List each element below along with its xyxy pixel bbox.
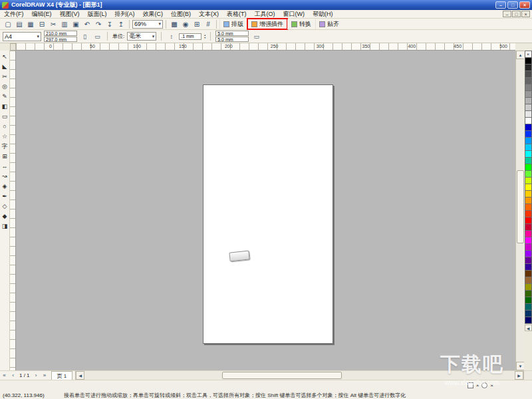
pick-tool-icon[interactable]: ↖ (0, 52, 9, 62)
ruler-origin[interactable] (10, 43, 16, 51)
copy-icon[interactable]: ▥ (59, 19, 70, 29)
duplicate-distance-fields (215, 31, 249, 42)
drawing-canvas[interactable] (16, 51, 515, 370)
menu-item[interactable]: 位图(B) (167, 10, 195, 19)
document-page[interactable] (203, 84, 333, 344)
text-tool-icon[interactable]: 字 (0, 142, 9, 152)
undo-icon[interactable]: ↶ (82, 19, 92, 29)
paper-height-input[interactable] (44, 37, 77, 42)
open-icon[interactable]: ▤ (14, 19, 25, 29)
last-page-icon[interactable]: » (41, 372, 49, 380)
scroll-right-icon[interactable]: ▶ (515, 371, 523, 380)
scroll-left-icon[interactable]: ◀ (76, 371, 84, 380)
portrait-orientation-button[interactable]: ▯ (80, 31, 90, 41)
vertical-scrollbar[interactable]: ▲ ▼ (515, 51, 524, 370)
print-icon[interactable]: ⊟ (37, 19, 47, 29)
application-launcher-icon[interactable]: ▩ (169, 19, 180, 29)
toolbar-separator (166, 20, 166, 29)
vertical-ruler[interactable] (10, 51, 16, 370)
menu-item[interactable]: 文件(F) (0, 10, 28, 19)
doc-close-button[interactable]: × (521, 11, 530, 17)
new-document-icon[interactable]: ▢ (3, 19, 13, 29)
close-button[interactable]: × (519, 1, 530, 9)
outline-tool-icon[interactable]: ◇ (0, 201, 9, 211)
vertical-scroll-thumb[interactable] (517, 170, 524, 243)
chevron-down-icon: ▾ (158, 21, 161, 27)
welcome-screen-icon[interactable]: ◉ (180, 19, 191, 29)
color-swatch[interactable] (525, 317, 532, 324)
maximize-button[interactable]: □ (507, 1, 518, 9)
landscape-orientation-button[interactable]: ▭ (92, 31, 102, 41)
rectangle-tool-icon[interactable]: ▭ (0, 112, 9, 122)
horizontal-scrollbar[interactable]: ◀ ▶ (75, 371, 532, 380)
enhance-plugin-button[interactable]: 增强插件 (247, 19, 287, 29)
menu-item[interactable]: 视图(V) (56, 10, 84, 19)
doc-restore-button[interactable]: □ (512, 11, 521, 17)
duplicate-y-input[interactable] (215, 37, 249, 42)
table-tool-icon[interactable]: ⊞ (0, 152, 9, 162)
menu-item[interactable]: 版面(L) (84, 10, 111, 19)
page-counter: 1 / 1 (17, 372, 32, 378)
doc-minimize-button[interactable]: – (503, 11, 511, 17)
menu-item[interactable]: 帮助(H) (309, 10, 337, 19)
snap-to-grid-icon[interactable]: ⊞ (192, 19, 202, 29)
next-page-icon[interactable]: › (32, 372, 41, 380)
duplicate-x-input[interactable] (215, 31, 249, 36)
page-tab[interactable]: 页 1 (51, 371, 73, 380)
convert-plugin-button[interactable]: 转换 (287, 19, 315, 29)
first-page-icon[interactable]: « (0, 372, 9, 380)
prev-page-icon[interactable]: ‹ (9, 372, 17, 380)
dimension-tool-icon[interactable]: ↔ (0, 162, 9, 172)
menu-item[interactable]: 文本(X) (195, 10, 223, 19)
toolbox: ↖◣✂◎✎◧▭○☆字⊞↔↝◈✒◇◆◨ (0, 51, 10, 370)
menu-item[interactable]: 排列(A) (111, 10, 139, 19)
fill-outline-indicators: × × (467, 382, 493, 388)
snap-button[interactable]: 贴齐 (315, 19, 342, 29)
nudge-offset-input[interactable] (179, 33, 201, 40)
zoom-tool-icon[interactable]: ◎ (0, 82, 9, 92)
import-icon[interactable]: ↧ (104, 19, 115, 29)
minimize-button[interactable]: – (495, 1, 506, 9)
save-icon[interactable]: ▦ (25, 19, 36, 29)
shape-tool-icon[interactable]: ◣ (0, 62, 9, 72)
options-button[interactable]: ▭ (251, 31, 261, 41)
paper-width-input[interactable] (44, 31, 77, 36)
eyedropper-tool-icon[interactable]: ✒ (0, 192, 9, 201)
status-top-row: × × (0, 380, 532, 390)
freehand-tool-icon[interactable]: ✎ (0, 92, 9, 102)
interactive-fill-tool-icon[interactable]: ◨ (0, 221, 9, 231)
cut-icon[interactable]: ✂ (48, 19, 59, 29)
palette-expand-icon[interactable]: ◀ (525, 325, 532, 331)
arrange-plugin-button[interactable]: 排版 (219, 19, 247, 29)
polygon-tool-icon[interactable]: ☆ (0, 132, 9, 142)
menu-item[interactable]: 编辑(E) (28, 10, 56, 19)
paper-type-select[interactable]: A4 ▾ (3, 32, 41, 41)
snap-to-guidelines-icon[interactable]: # (203, 19, 213, 29)
units-select[interactable]: 毫米 ▾ (127, 32, 156, 41)
menu-item[interactable]: 效果(C) (139, 10, 168, 19)
horizontal-ruler[interactable]: 050100150200250300350400450500 (16, 43, 515, 51)
nudge-spinner[interactable]: ▴ ▾ (204, 34, 205, 39)
export-icon[interactable]: ↥ (116, 19, 126, 29)
ellipse-tool-icon[interactable]: ○ (0, 122, 9, 132)
ruler-number: 400 (408, 44, 416, 49)
paper-size-fields (44, 31, 77, 42)
menu-item[interactable]: 工具(O) (251, 10, 279, 19)
crop-tool-icon[interactable]: ✂ (0, 72, 9, 82)
paste-icon[interactable]: ▣ (70, 19, 81, 29)
convert-plugin-icon (291, 21, 297, 27)
zoom-level-combo[interactable]: 69% ▾ (132, 20, 163, 29)
spin-down-icon[interactable]: ▾ (204, 37, 205, 39)
menu-item[interactable]: 表格(T) (223, 10, 251, 19)
smart-fill-tool-icon[interactable]: ◧ (0, 102, 9, 112)
blend-tool-icon[interactable]: ◈ (0, 182, 9, 192)
page-navigator: « ‹ 1 / 1 › » 页 1 (0, 371, 72, 380)
document-window-controls: – □ × (503, 11, 532, 17)
horizontal-scroll-thumb[interactable] (222, 372, 342, 379)
redo-icon[interactable]: ↷ (93, 19, 104, 29)
menu-item[interactable]: 窗口(W) (279, 10, 309, 19)
fill-tool-icon[interactable]: ◆ (0, 211, 9, 221)
nudge-offset-icon: ↕ (166, 31, 176, 41)
connector-tool-icon[interactable]: ↝ (0, 172, 9, 182)
convert-plugin-label: 转换 (299, 20, 311, 29)
